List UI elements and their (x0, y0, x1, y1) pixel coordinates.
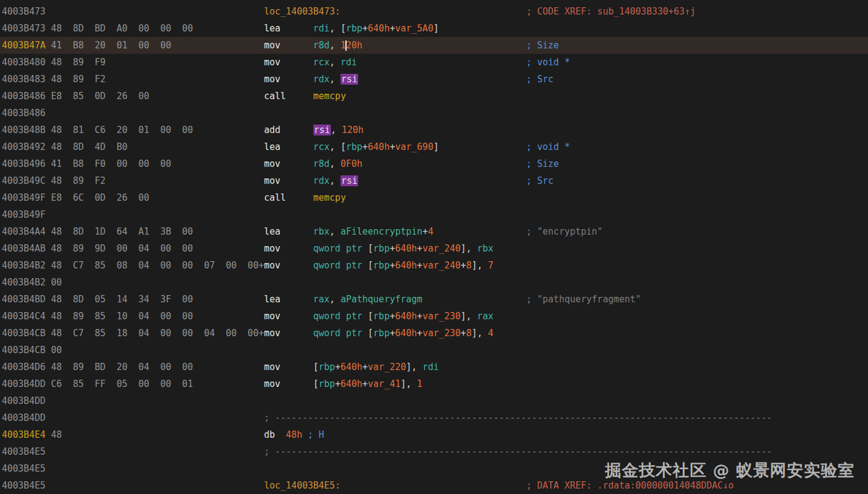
instruction-bytes: 48 89 F9 (51, 54, 105, 71)
address: 4003B4BD (2, 291, 45, 308)
instruction: mov [rbp+640h+var_41], 1 (264, 375, 422, 392)
asm-line[interactable]: 4003B473loc_14003B473:; CODE XREF: sub_1… (0, 3, 868, 20)
punctuation (281, 57, 313, 68)
asm-line[interactable]: 4003B48348 89 F2mov rdx, rsi; Src (0, 71, 868, 88)
punctuation (286, 91, 313, 102)
punctuation: + (362, 23, 368, 34)
number-token: 8 (466, 260, 472, 271)
data-name-token: aPathqueryfragm (341, 294, 422, 305)
asm-line[interactable]: 4003B4E5; ------------------------------… (0, 443, 868, 460)
asm-line[interactable]: 4003B47348 8D BD A0 00 00 00lea rdi, [rb… (0, 20, 868, 37)
instruction: ; --------------------------------------… (264, 409, 772, 426)
punctuation: + (461, 328, 466, 339)
instruction-bytes: 48 C7 85 08 04 00 00 07 00 00+ (51, 257, 264, 274)
address: 4003B49F (2, 206, 45, 223)
punctuation (286, 192, 313, 203)
instruction: mov qword ptr [rbp+640h+var_230], rax (264, 308, 493, 325)
punctuation: ], (406, 362, 422, 372)
punctuation: , (330, 158, 341, 169)
address: 4003B480 (2, 54, 45, 71)
label-token: loc_14003B473: (264, 6, 340, 17)
punctuation: + (461, 260, 466, 271)
number-token: 640h (341, 379, 362, 389)
asm-line[interactable]: 4003B4CB00 (0, 342, 868, 359)
punctuation (281, 243, 313, 254)
number-token: var_41 (368, 379, 400, 389)
number-token: 7 (488, 260, 494, 271)
asm-line[interactable]: 4003B49C48 89 F2mov rdx, rsi; Src (0, 172, 868, 189)
asm-line[interactable]: 4003B486 (0, 105, 868, 122)
asm-line[interactable]: 4003B49FE8 6C 0D 26 00call memcpy (0, 189, 868, 206)
mnemonic: mov (264, 243, 280, 254)
punctuation: , (330, 57, 341, 68)
asm-line[interactable]: 4003B48B48 81 C6 20 01 00 00add rsi, 120… (0, 122, 868, 138)
instruction-bytes: E8 85 0D 26 00 (51, 88, 149, 105)
address: 4003B49F (2, 189, 45, 206)
punctuation: + (390, 328, 395, 339)
asm-line[interactable]: 4003B4AB48 89 9D 00 04 00 00mov qword pt… (0, 240, 868, 257)
asm-line[interactable]: 4003B4BD48 8D 05 14 34 3F 00lea rax, aPa… (0, 291, 868, 308)
function-name-token: memcpy (313, 192, 346, 203)
asm-line[interactable]: 4003B49248 8D 4D B0lea rcx, [rbp+640h+va… (0, 138, 868, 155)
asm-line[interactable]: 4003B47A41 B8 20 01 00 00mov r8d, 120h; … (0, 37, 868, 54)
punctuation: , (330, 74, 341, 85)
register-token: rdx (313, 175, 330, 186)
asm-line[interactable]: 4003B4E5loc_14003B4E5:; DATA XREF: .rdat… (0, 477, 868, 494)
register-token: rbp (346, 23, 362, 34)
mnemonic: lea (264, 141, 280, 152)
asm-line[interactable]: 4003B4DD (0, 392, 868, 409)
asm-line[interactable]: 4003B486E8 85 0D 26 00call memcpy (0, 88, 868, 105)
asm-line[interactable]: 4003B4A448 8D 1D 64 A1 3B 00lea rbx, aFi… (0, 223, 868, 240)
punctuation (302, 429, 308, 440)
punctuation (281, 328, 313, 339)
asm-line[interactable]: 4003B49F (0, 206, 868, 223)
punctuation: ], (461, 311, 477, 322)
register-token: rcx (313, 141, 330, 152)
mnemonic: call (264, 91, 286, 102)
mnemonic: add (264, 125, 280, 135)
number-token: var_240 (422, 243, 460, 254)
address: 4003B4B2 (2, 274, 45, 291)
number-token: var_230 (422, 328, 460, 339)
address: 4003B4D6 (2, 359, 45, 375)
instruction: ; --------------------------------------… (264, 443, 772, 460)
number-token: var_240 (422, 260, 460, 271)
asm-line[interactable]: 4003B4E448db 48h ; H (0, 426, 868, 443)
instruction: mov qword ptr [rbp+640h+var_240+8], 7 (264, 257, 493, 274)
mnemonic: mov (264, 158, 280, 169)
asm-listing: 4003B473loc_14003B473:; CODE XREF: sub_1… (0, 3, 868, 494)
address: 4003B486 (2, 88, 45, 105)
punctuation: ] (433, 23, 439, 34)
instruction: call memcpy (264, 189, 345, 206)
comment-token: ; void * (526, 57, 570, 68)
mnemonic: call (264, 192, 286, 203)
instruction: call memcpy (264, 88, 345, 105)
punctuation: + (362, 362, 368, 372)
register-token: rbp (346, 141, 362, 152)
register-token: rbx (477, 243, 494, 254)
punctuation (281, 260, 313, 271)
asm-line[interactable]: 4003B4C448 89 85 10 04 00 00mov qword pt… (0, 308, 868, 325)
number-token: 48h (286, 429, 302, 440)
asm-line[interactable]: 4003B4D648 89 BD 20 04 00 00mov [rbp+640… (0, 359, 868, 375)
comment: ; Src (526, 172, 553, 189)
asm-line[interactable]: 4003B4B200 (0, 274, 868, 291)
address: 4003B483 (2, 71, 45, 88)
register-token: rbp (319, 362, 335, 372)
asm-line[interactable]: 4003B48048 89 F9mov rcx, rdi; void * (0, 54, 868, 71)
asm-line[interactable]: 4003B4CB48 C7 85 18 04 00 00 04 00 00+mo… (0, 325, 868, 342)
asm-line[interactable]: 4003B4DDC6 85 FF 05 00 00 01mov [rbp+640… (0, 375, 868, 392)
asm-line[interactable]: 4003B49641 B8 F0 00 00 00mov r8d, 0F0h; … (0, 155, 868, 172)
instruction-bytes: 48 89 85 10 04 00 00 (51, 308, 193, 325)
comment-token: ; "pathqueryfragment" (526, 294, 641, 305)
number-token: var_690 (395, 141, 433, 152)
asm-line[interactable]: 4003B4DD; ------------------------------… (0, 409, 868, 426)
address: 4003B4DD (2, 392, 45, 409)
asm-line[interactable]: 4003B4B248 C7 85 08 04 00 00 07 00 00+mo… (0, 257, 868, 274)
number-token: 4 (488, 328, 494, 339)
punctuation: + (390, 23, 395, 34)
address-highlighted: 4003B47A (2, 37, 45, 54)
punctuation: ], (461, 243, 477, 254)
instruction-bytes: C6 85 FF 05 00 00 01 (51, 375, 193, 392)
comment: ; DATA XREF: .rdata:000000014048DDAC↓o (526, 477, 734, 494)
